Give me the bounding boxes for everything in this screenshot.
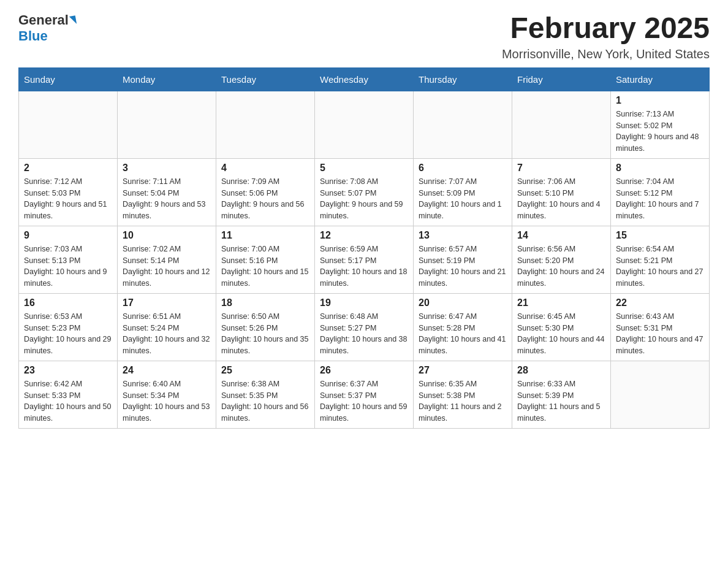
day-info: Sunrise: 7:12 AMSunset: 5:03 PMDaylight:… bbox=[24, 176, 112, 222]
day-number: 13 bbox=[419, 230, 507, 241]
day-info: Sunrise: 6:51 AMSunset: 5:24 PMDaylight:… bbox=[123, 311, 211, 357]
day-info: Sunrise: 6:33 AMSunset: 5:39 PMDaylight:… bbox=[517, 378, 605, 424]
weekday-header-wednesday: Wednesday bbox=[315, 67, 414, 91]
day-info: Sunrise: 7:13 AMSunset: 5:02 PMDaylight:… bbox=[616, 109, 704, 155]
day-info: Sunrise: 7:09 AMSunset: 5:06 PMDaylight:… bbox=[221, 176, 309, 222]
logo-blue-text: Blue bbox=[18, 28, 48, 44]
week-row-3: 9Sunrise: 7:03 AMSunset: 5:13 PMDaylight… bbox=[19, 226, 710, 293]
empty-cell bbox=[118, 91, 216, 158]
day-number: 23 bbox=[24, 365, 112, 376]
day-info: Sunrise: 6:42 AMSunset: 5:33 PMDaylight:… bbox=[24, 378, 112, 424]
day-number: 9 bbox=[24, 230, 112, 241]
day-info: Sunrise: 7:00 AMSunset: 5:16 PMDaylight:… bbox=[221, 243, 309, 289]
day-cell-17: 17Sunrise: 6:51 AMSunset: 5:24 PMDayligh… bbox=[118, 293, 216, 361]
empty-cell bbox=[216, 91, 315, 158]
logo: General Blue bbox=[18, 12, 77, 44]
day-cell-4: 4Sunrise: 7:09 AMSunset: 5:06 PMDaylight… bbox=[216, 158, 315, 226]
day-info: Sunrise: 6:56 AMSunset: 5:20 PMDaylight:… bbox=[517, 243, 605, 289]
day-info: Sunrise: 7:03 AMSunset: 5:13 PMDaylight:… bbox=[24, 243, 112, 289]
day-number: 1 bbox=[616, 95, 704, 106]
day-cell-26: 26Sunrise: 6:37 AMSunset: 5:37 PMDayligh… bbox=[315, 361, 414, 428]
day-number: 15 bbox=[616, 230, 704, 241]
day-info: Sunrise: 7:06 AMSunset: 5:10 PMDaylight:… bbox=[517, 176, 605, 222]
page-header: General Blue February 2025 Morrisonville… bbox=[18, 12, 710, 61]
day-number: 25 bbox=[221, 365, 309, 376]
day-cell-20: 20Sunrise: 6:47 AMSunset: 5:28 PMDayligh… bbox=[414, 293, 512, 361]
day-info: Sunrise: 6:53 AMSunset: 5:23 PMDaylight:… bbox=[24, 311, 112, 357]
day-info: Sunrise: 6:59 AMSunset: 5:17 PMDaylight:… bbox=[320, 243, 408, 289]
day-cell-13: 13Sunrise: 6:57 AMSunset: 5:19 PMDayligh… bbox=[414, 226, 512, 293]
day-cell-5: 5Sunrise: 7:08 AMSunset: 5:07 PMDaylight… bbox=[315, 158, 414, 226]
day-number: 21 bbox=[517, 297, 605, 308]
day-info: Sunrise: 6:38 AMSunset: 5:35 PMDaylight:… bbox=[221, 378, 309, 424]
day-info: Sunrise: 7:02 AMSunset: 5:14 PMDaylight:… bbox=[123, 243, 211, 289]
day-number: 17 bbox=[123, 297, 211, 308]
day-info: Sunrise: 6:54 AMSunset: 5:21 PMDaylight:… bbox=[616, 243, 704, 289]
day-cell-19: 19Sunrise: 6:48 AMSunset: 5:27 PMDayligh… bbox=[315, 293, 414, 361]
day-cell-23: 23Sunrise: 6:42 AMSunset: 5:33 PMDayligh… bbox=[19, 361, 118, 428]
day-number: 12 bbox=[320, 230, 408, 241]
day-cell-28: 28Sunrise: 6:33 AMSunset: 5:39 PMDayligh… bbox=[512, 361, 611, 428]
weekday-header-tuesday: Tuesday bbox=[216, 67, 315, 91]
day-number: 8 bbox=[616, 163, 704, 174]
day-info: Sunrise: 6:43 AMSunset: 5:31 PMDaylight:… bbox=[616, 311, 704, 357]
day-number: 6 bbox=[419, 163, 507, 174]
day-info: Sunrise: 7:04 AMSunset: 5:12 PMDaylight:… bbox=[616, 176, 704, 222]
logo-arrow-icon bbox=[69, 15, 77, 25]
week-row-2: 2Sunrise: 7:12 AMSunset: 5:03 PMDaylight… bbox=[19, 158, 710, 226]
day-number: 7 bbox=[517, 163, 605, 174]
week-row-1: 1Sunrise: 7:13 AMSunset: 5:02 PMDaylight… bbox=[19, 91, 710, 158]
day-number: 18 bbox=[221, 297, 309, 308]
week-row-4: 16Sunrise: 6:53 AMSunset: 5:23 PMDayligh… bbox=[19, 293, 710, 361]
day-info: Sunrise: 7:08 AMSunset: 5:07 PMDaylight:… bbox=[320, 176, 408, 222]
weekday-header-monday: Monday bbox=[118, 67, 216, 91]
day-info: Sunrise: 6:50 AMSunset: 5:26 PMDaylight:… bbox=[221, 311, 309, 357]
empty-cell bbox=[19, 91, 118, 158]
day-cell-1: 1Sunrise: 7:13 AMSunset: 5:02 PMDaylight… bbox=[611, 91, 710, 158]
day-cell-18: 18Sunrise: 6:50 AMSunset: 5:26 PMDayligh… bbox=[216, 293, 315, 361]
title-section: February 2025 Morrisonville, New York, U… bbox=[502, 12, 710, 61]
day-number: 26 bbox=[320, 365, 408, 376]
weekday-header-row: SundayMondayTuesdayWednesdayThursdayFrid… bbox=[19, 67, 710, 91]
weekday-header-sunday: Sunday bbox=[19, 67, 118, 91]
logo-general-text: General bbox=[18, 12, 69, 28]
day-number: 2 bbox=[24, 163, 112, 174]
weekday-header-friday: Friday bbox=[512, 67, 611, 91]
day-cell-10: 10Sunrise: 7:02 AMSunset: 5:14 PMDayligh… bbox=[118, 226, 216, 293]
calendar-table: SundayMondayTuesdayWednesdayThursdayFrid… bbox=[18, 67, 710, 429]
day-cell-25: 25Sunrise: 6:38 AMSunset: 5:35 PMDayligh… bbox=[216, 361, 315, 428]
day-number: 20 bbox=[419, 297, 507, 308]
day-number: 28 bbox=[517, 365, 605, 376]
day-info: Sunrise: 7:11 AMSunset: 5:04 PMDaylight:… bbox=[123, 176, 211, 222]
day-cell-6: 6Sunrise: 7:07 AMSunset: 5:09 PMDaylight… bbox=[414, 158, 512, 226]
weekday-header-saturday: Saturday bbox=[611, 67, 710, 91]
empty-cell bbox=[512, 91, 611, 158]
day-number: 4 bbox=[221, 163, 309, 174]
day-cell-2: 2Sunrise: 7:12 AMSunset: 5:03 PMDaylight… bbox=[19, 158, 118, 226]
day-cell-9: 9Sunrise: 7:03 AMSunset: 5:13 PMDaylight… bbox=[19, 226, 118, 293]
day-info: Sunrise: 6:40 AMSunset: 5:34 PMDaylight:… bbox=[123, 378, 211, 424]
day-number: 27 bbox=[419, 365, 507, 376]
day-number: 24 bbox=[123, 365, 211, 376]
day-info: Sunrise: 6:45 AMSunset: 5:30 PMDaylight:… bbox=[517, 311, 605, 357]
day-cell-11: 11Sunrise: 7:00 AMSunset: 5:16 PMDayligh… bbox=[216, 226, 315, 293]
month-title: February 2025 bbox=[502, 12, 710, 45]
day-cell-12: 12Sunrise: 6:59 AMSunset: 5:17 PMDayligh… bbox=[315, 226, 414, 293]
day-cell-15: 15Sunrise: 6:54 AMSunset: 5:21 PMDayligh… bbox=[611, 226, 710, 293]
day-cell-16: 16Sunrise: 6:53 AMSunset: 5:23 PMDayligh… bbox=[19, 293, 118, 361]
day-info: Sunrise: 6:48 AMSunset: 5:27 PMDaylight:… bbox=[320, 311, 408, 357]
day-info: Sunrise: 7:07 AMSunset: 5:09 PMDaylight:… bbox=[419, 176, 507, 222]
day-number: 11 bbox=[221, 230, 309, 241]
day-cell-3: 3Sunrise: 7:11 AMSunset: 5:04 PMDaylight… bbox=[118, 158, 216, 226]
week-row-5: 23Sunrise: 6:42 AMSunset: 5:33 PMDayligh… bbox=[19, 361, 710, 428]
day-info: Sunrise: 6:35 AMSunset: 5:38 PMDaylight:… bbox=[419, 378, 507, 424]
empty-cell bbox=[414, 91, 512, 158]
empty-cell bbox=[611, 361, 710, 428]
day-number: 22 bbox=[616, 297, 704, 308]
day-info: Sunrise: 6:57 AMSunset: 5:19 PMDaylight:… bbox=[419, 243, 507, 289]
day-cell-21: 21Sunrise: 6:45 AMSunset: 5:30 PMDayligh… bbox=[512, 293, 611, 361]
day-number: 14 bbox=[517, 230, 605, 241]
day-number: 3 bbox=[123, 163, 211, 174]
day-cell-14: 14Sunrise: 6:56 AMSunset: 5:20 PMDayligh… bbox=[512, 226, 611, 293]
day-number: 19 bbox=[320, 297, 408, 308]
